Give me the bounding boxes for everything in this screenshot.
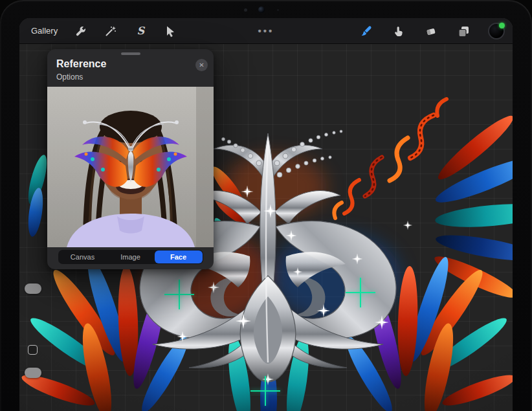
tab-canvas[interactable]: Canvas	[59, 250, 107, 263]
selection-button[interactable]: S	[133, 23, 148, 39]
layers-icon	[457, 25, 471, 38]
tab-image[interactable]: Image	[107, 250, 155, 263]
active-color-swatch[interactable]	[488, 23, 505, 39]
top-toolbar: Gallery S	[19, 18, 513, 44]
brush-size-slider-handle[interactable]	[25, 283, 41, 294]
marketing-frame: Gallery S	[0, 0, 532, 411]
panel-title: Reference	[56, 58, 205, 71]
ipad-bezel: Gallery S	[0, 0, 532, 411]
close-icon[interactable]: ✕	[195, 59, 208, 71]
color-indicator-dot	[499, 23, 505, 28]
actions-button[interactable]	[73, 23, 89, 39]
front-sensor-dot	[244, 8, 247, 12]
tab-face[interactable]: Face	[155, 250, 203, 263]
toolbar-left-group: Gallery S	[19, 23, 178, 39]
toolbar-drag-handle[interactable]: •••	[254, 25, 278, 37]
layers-button[interactable]	[456, 23, 471, 39]
toolbar-right-group	[359, 18, 505, 44]
reference-face-preview[interactable]	[47, 87, 214, 247]
opacity-slider-handle[interactable]	[25, 368, 41, 378]
wrench-icon	[74, 25, 87, 38]
magic-wand-icon	[104, 25, 117, 38]
reference-mode-segmented-control: Canvas Image Face	[58, 250, 203, 264]
paint-brush-icon	[360, 25, 373, 38]
erase-button[interactable]	[423, 23, 439, 39]
eraser-icon	[425, 25, 438, 38]
adjustments-button[interactable]	[103, 23, 118, 39]
procreate-app-screen: Gallery S	[19, 18, 513, 411]
reference-panel-header: Reference Options ✕	[47, 55, 214, 87]
transform-button[interactable]	[162, 23, 178, 39]
front-sensor-dot-small	[277, 9, 279, 11]
reference-panel-footer: Canvas Image Face	[47, 247, 214, 269]
front-camera-lens	[258, 6, 265, 13]
paint-button[interactable]	[359, 23, 374, 39]
reference-panel: Reference Options ✕	[47, 49, 214, 269]
transform-arrow-icon	[164, 25, 177, 38]
smudge-button[interactable]	[391, 23, 406, 39]
panel-subtitle[interactable]: Options	[56, 72, 205, 82]
modify-button[interactable]	[28, 345, 38, 355]
selection-s-icon: S	[137, 26, 144, 36]
gallery-button[interactable]: Gallery	[30, 25, 59, 37]
smudge-finger-icon	[392, 25, 405, 38]
